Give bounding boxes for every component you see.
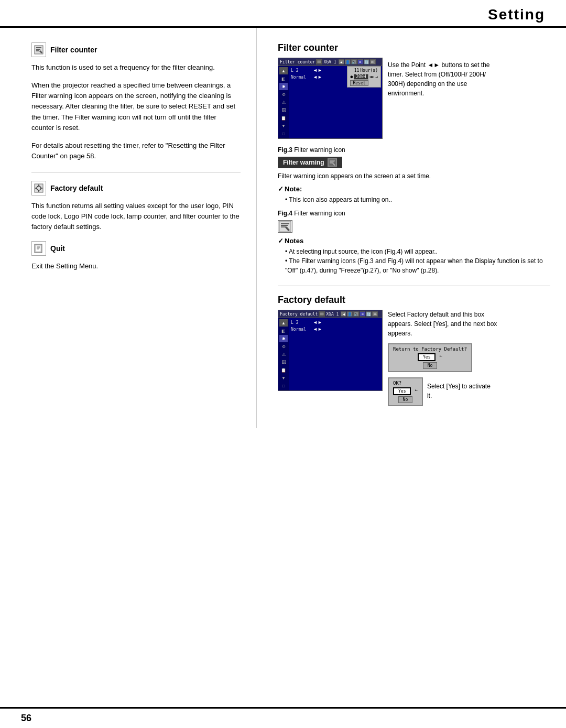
fd-si-9: □ bbox=[279, 382, 288, 389]
note1-section: Note: This icon also appears at turning … bbox=[278, 185, 550, 204]
si-4: ⚙ bbox=[279, 91, 288, 98]
svg-rect-12 bbox=[36, 245, 41, 252]
icon-fc-5: 🔢 bbox=[364, 59, 369, 64]
fd-menu-label: Factory default bbox=[280, 312, 318, 317]
page-number: 56 bbox=[21, 713, 31, 724]
svg-rect-16 bbox=[317, 60, 321, 63]
fd-dialog2-no[interactable]: No bbox=[398, 396, 413, 403]
fd-row1: L 2 ◄► bbox=[291, 320, 380, 325]
fd-row2-label: Normal bbox=[291, 327, 312, 332]
fd-si-6: 🖼 bbox=[279, 358, 288, 366]
icon-fc-4: ≡ bbox=[357, 59, 363, 64]
fd-si-7: 📋 bbox=[279, 366, 288, 374]
fd-desc1: Select Factory default and this box appe… bbox=[388, 310, 503, 338]
si-6: 🖼 bbox=[279, 106, 288, 114]
si-5: ⚠ bbox=[279, 99, 288, 106]
factory-default-title-right: Factory default bbox=[278, 295, 550, 306]
fig4-label: Fig.4 Filter warning icon bbox=[278, 210, 550, 217]
fd-row1-arrow: ◄► bbox=[313, 320, 322, 325]
fd-dialog1-title: Return to Factory Default? bbox=[393, 346, 467, 352]
fd-xga-label: XGA 1 bbox=[326, 312, 339, 317]
divider-1 bbox=[31, 172, 241, 172]
fd-dialog1-yes[interactable]: Yes bbox=[418, 353, 436, 361]
fig3-caption: Filter warning icon bbox=[294, 146, 345, 154]
fd-menu-rows: L 2 ◄► Normal ◄► bbox=[289, 318, 382, 390]
fd-row2-arrow: ◄► bbox=[313, 327, 322, 332]
fd-icon-3: 🔊 bbox=[353, 311, 359, 317]
fd-dialog1-arrow: ← bbox=[439, 353, 442, 361]
fd-si-3: ✱ bbox=[279, 335, 288, 342]
fd-icon-2: 👤 bbox=[347, 311, 353, 317]
fc-menu-rows: L 2 ◄► Normal ◄► 11 Hour bbox=[289, 66, 382, 138]
factory-default-para1: This function returns all setting values… bbox=[31, 201, 241, 232]
filter-counter-para1: This function is used to set a frequency… bbox=[31, 62, 241, 73]
small-filter-icon bbox=[278, 220, 292, 233]
filter-counter-right: Filter counter Filter counter XGA 1 ◄ 👤 bbox=[278, 42, 550, 275]
main-content: Filter counter This function is used to … bbox=[0, 28, 566, 428]
fd-desc2: Select [Yes] to activate it. bbox=[427, 382, 495, 400]
fc-popup-hours-row: 11 Hour(s) bbox=[350, 68, 378, 73]
notes-note2: The Filter warning icons (Fig.3 and Fig.… bbox=[285, 256, 550, 275]
fd-dialog1-no[interactable]: No bbox=[423, 362, 438, 369]
fig3-desc: Filter warning icon appears on the scree… bbox=[278, 171, 550, 181]
fd-dialog2: OK? Yes ← No bbox=[388, 377, 423, 406]
fc-popup: 11 Hour(s) ● 200H ◄► ↵ R bbox=[347, 66, 381, 88]
filter-warning-text: Filter warning bbox=[283, 159, 324, 166]
fd-right-desc: Select Factory default and this box appe… bbox=[388, 310, 503, 406]
filter-counter-header: Filter counter bbox=[31, 42, 241, 57]
fc-row2-label: Normal bbox=[291, 75, 312, 80]
fc-hours-label: Hour(s) bbox=[360, 68, 378, 73]
fc-bullet: ● bbox=[350, 74, 353, 79]
fw-icon bbox=[328, 158, 337, 167]
fd-dialog2-yes[interactable]: Yes bbox=[393, 387, 411, 395]
fd-row2: Normal ◄► bbox=[291, 327, 380, 332]
fd-dialog2-btns: Yes ← bbox=[393, 387, 418, 395]
fd-body: ▲ ◧ ✱ ⚙ ⚠ 🖼 📋 ▼ □ bbox=[278, 318, 382, 390]
xga-label-fc: XGA 1 bbox=[323, 60, 336, 64]
icon-fc-2: 👤 bbox=[345, 59, 351, 64]
si-7: 📋 bbox=[279, 114, 288, 122]
notes-title: Notes bbox=[278, 237, 550, 245]
fd-si-5: ⚠ bbox=[279, 351, 288, 358]
menu-label-fc: Filter counter bbox=[280, 60, 315, 64]
fc-body: ▲ ◧ ✱ ⚙ ⚠ 🖼 📋 ▼ □ bbox=[278, 66, 382, 138]
fc-row2-arrow: ◄► bbox=[313, 74, 322, 80]
fc-hours-value: 11 bbox=[354, 68, 360, 73]
fc-row1-arrow: ◄► bbox=[313, 68, 322, 73]
menu-icon-fc bbox=[316, 59, 322, 64]
page-footer: 56 bbox=[0, 707, 566, 728]
fc-enter-arrow: ↵ bbox=[375, 74, 378, 79]
fd-dialog2-title: OK? bbox=[393, 381, 418, 386]
fd-si-2: ◧ bbox=[279, 327, 288, 334]
factory-default-icon bbox=[31, 181, 46, 195]
quit-header: Quit bbox=[31, 241, 241, 256]
quit-section: Quit Exit the Setting Menu. bbox=[31, 241, 241, 271]
fd-dialog1-btns: Yes ← bbox=[393, 353, 467, 361]
si-3: ✱ bbox=[279, 83, 288, 90]
notes-section: Notes At selecting input source, the ico… bbox=[278, 237, 550, 275]
page-title: Setting bbox=[488, 6, 545, 23]
fd-side-icons: ▲ ◧ ✱ ⚙ ⚠ 🖼 📋 ▼ □ bbox=[278, 318, 289, 390]
fd-dialog1-no-row: No bbox=[393, 362, 467, 369]
fc-timer-value: 200H bbox=[354, 74, 368, 80]
fc-timer-arrows: ◄► bbox=[369, 74, 375, 79]
icon-fc-3: 🔊 bbox=[351, 59, 357, 64]
filter-counter-title-right: Filter counter bbox=[278, 42, 550, 53]
fd-si-1: ▲ bbox=[279, 319, 288, 327]
page-header: Setting bbox=[0, 0, 566, 28]
fd-row1-label: L 2 bbox=[291, 320, 312, 325]
fd-icon-1: ◄ bbox=[341, 311, 346, 317]
si-9: □ bbox=[279, 130, 288, 137]
filter-counter-title: Filter counter bbox=[50, 46, 97, 54]
fc-description: Use the Point ◄► buttons to set the time… bbox=[388, 60, 503, 98]
icon-fc-6: ✏ bbox=[370, 59, 376, 64]
right-column: Filter counter Filter counter XGA 1 ◄ 👤 bbox=[257, 28, 566, 428]
factory-default-header-left: Factory default bbox=[31, 181, 241, 195]
factory-default-title-left: Factory default bbox=[50, 184, 103, 192]
fc-side-icons: ▲ ◧ ✱ ⚙ ⚠ 🖼 📋 ▼ □ bbox=[278, 66, 289, 138]
fig4-caption: Filter warning icon bbox=[294, 210, 345, 217]
fd-dialog1-row: Return to Factory Default? Yes ← No bbox=[388, 341, 503, 372]
fc-reset-btn[interactable]: Reset bbox=[350, 80, 368, 86]
filter-counter-icon bbox=[31, 42, 46, 57]
fc-timer-row: ● 200H ◄► ↵ bbox=[350, 74, 378, 80]
